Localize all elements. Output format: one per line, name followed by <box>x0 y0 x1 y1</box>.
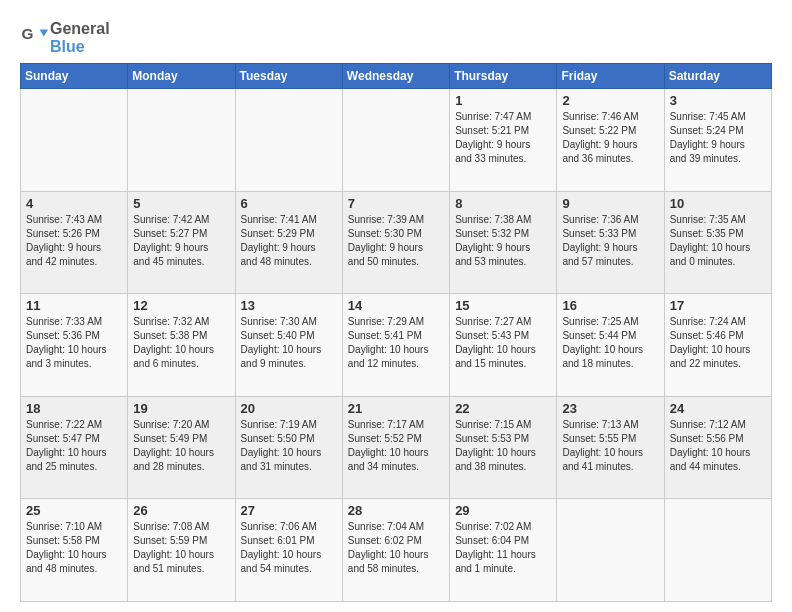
calendar-cell <box>342 89 449 192</box>
logo-text: General Blue <box>50 20 110 55</box>
weekday-header-saturday: Saturday <box>664 64 771 89</box>
day-info: Sunrise: 7:10 AM Sunset: 5:58 PM Dayligh… <box>26 520 122 576</box>
calendar-cell: 11Sunrise: 7:33 AM Sunset: 5:36 PM Dayli… <box>21 294 128 397</box>
calendar-cell: 22Sunrise: 7:15 AM Sunset: 5:53 PM Dayli… <box>450 396 557 499</box>
day-info: Sunrise: 7:04 AM Sunset: 6:02 PM Dayligh… <box>348 520 444 576</box>
calendar-cell: 10Sunrise: 7:35 AM Sunset: 5:35 PM Dayli… <box>664 191 771 294</box>
day-info: Sunrise: 7:25 AM Sunset: 5:44 PM Dayligh… <box>562 315 658 371</box>
calendar-cell <box>128 89 235 192</box>
weekday-header-monday: Monday <box>128 64 235 89</box>
calendar-cell: 26Sunrise: 7:08 AM Sunset: 5:59 PM Dayli… <box>128 499 235 602</box>
day-number: 17 <box>670 298 766 313</box>
calendar-cell <box>664 499 771 602</box>
header: G General Blue <box>20 16 772 55</box>
day-info: Sunrise: 7:17 AM Sunset: 5:52 PM Dayligh… <box>348 418 444 474</box>
day-number: 10 <box>670 196 766 211</box>
calendar-cell: 13Sunrise: 7:30 AM Sunset: 5:40 PM Dayli… <box>235 294 342 397</box>
day-info: Sunrise: 7:12 AM Sunset: 5:56 PM Dayligh… <box>670 418 766 474</box>
calendar-cell: 25Sunrise: 7:10 AM Sunset: 5:58 PM Dayli… <box>21 499 128 602</box>
day-info: Sunrise: 7:15 AM Sunset: 5:53 PM Dayligh… <box>455 418 551 474</box>
day-number: 11 <box>26 298 122 313</box>
weekday-header-thursday: Thursday <box>450 64 557 89</box>
day-number: 8 <box>455 196 551 211</box>
day-number: 9 <box>562 196 658 211</box>
day-info: Sunrise: 7:06 AM Sunset: 6:01 PM Dayligh… <box>241 520 337 576</box>
calendar-cell: 18Sunrise: 7:22 AM Sunset: 5:47 PM Dayli… <box>21 396 128 499</box>
calendar-cell: 15Sunrise: 7:27 AM Sunset: 5:43 PM Dayli… <box>450 294 557 397</box>
calendar-cell: 29Sunrise: 7:02 AM Sunset: 6:04 PM Dayli… <box>450 499 557 602</box>
day-number: 18 <box>26 401 122 416</box>
day-number: 20 <box>241 401 337 416</box>
calendar-cell: 23Sunrise: 7:13 AM Sunset: 5:55 PM Dayli… <box>557 396 664 499</box>
day-info: Sunrise: 7:32 AM Sunset: 5:38 PM Dayligh… <box>133 315 229 371</box>
day-number: 2 <box>562 93 658 108</box>
day-number: 22 <box>455 401 551 416</box>
calendar-cell: 21Sunrise: 7:17 AM Sunset: 5:52 PM Dayli… <box>342 396 449 499</box>
day-number: 23 <box>562 401 658 416</box>
calendar-header: SundayMondayTuesdayWednesdayThursdayFrid… <box>21 64 772 89</box>
calendar-cell: 6Sunrise: 7:41 AM Sunset: 5:29 PM Daylig… <box>235 191 342 294</box>
weekday-header-sunday: Sunday <box>21 64 128 89</box>
day-info: Sunrise: 7:19 AM Sunset: 5:50 PM Dayligh… <box>241 418 337 474</box>
calendar-cell: 27Sunrise: 7:06 AM Sunset: 6:01 PM Dayli… <box>235 499 342 602</box>
calendar-cell: 12Sunrise: 7:32 AM Sunset: 5:38 PM Dayli… <box>128 294 235 397</box>
day-number: 28 <box>348 503 444 518</box>
day-info: Sunrise: 7:02 AM Sunset: 6:04 PM Dayligh… <box>455 520 551 576</box>
calendar-week-row: 18Sunrise: 7:22 AM Sunset: 5:47 PM Dayli… <box>21 396 772 499</box>
weekday-header-tuesday: Tuesday <box>235 64 342 89</box>
calendar-cell: 16Sunrise: 7:25 AM Sunset: 5:44 PM Dayli… <box>557 294 664 397</box>
day-info: Sunrise: 7:38 AM Sunset: 5:32 PM Dayligh… <box>455 213 551 269</box>
day-number: 6 <box>241 196 337 211</box>
calendar-cell: 8Sunrise: 7:38 AM Sunset: 5:32 PM Daylig… <box>450 191 557 294</box>
calendar-cell: 28Sunrise: 7:04 AM Sunset: 6:02 PM Dayli… <box>342 499 449 602</box>
calendar-week-row: 25Sunrise: 7:10 AM Sunset: 5:58 PM Dayli… <box>21 499 772 602</box>
svg-marker-1 <box>40 29 48 36</box>
day-number: 24 <box>670 401 766 416</box>
weekday-header-wednesday: Wednesday <box>342 64 449 89</box>
day-number: 1 <box>455 93 551 108</box>
svg-text:G: G <box>21 25 33 42</box>
calendar-cell: 9Sunrise: 7:36 AM Sunset: 5:33 PM Daylig… <box>557 191 664 294</box>
day-number: 3 <box>670 93 766 108</box>
calendar-cell: 14Sunrise: 7:29 AM Sunset: 5:41 PM Dayli… <box>342 294 449 397</box>
weekday-header-row: SundayMondayTuesdayWednesdayThursdayFrid… <box>21 64 772 89</box>
day-number: 25 <box>26 503 122 518</box>
calendar-cell: 20Sunrise: 7:19 AM Sunset: 5:50 PM Dayli… <box>235 396 342 499</box>
calendar-week-row: 11Sunrise: 7:33 AM Sunset: 5:36 PM Dayli… <box>21 294 772 397</box>
day-number: 26 <box>133 503 229 518</box>
day-info: Sunrise: 7:45 AM Sunset: 5:24 PM Dayligh… <box>670 110 766 166</box>
calendar-cell: 5Sunrise: 7:42 AM Sunset: 5:27 PM Daylig… <box>128 191 235 294</box>
day-info: Sunrise: 7:47 AM Sunset: 5:21 PM Dayligh… <box>455 110 551 166</box>
calendar-cell <box>557 499 664 602</box>
day-info: Sunrise: 7:22 AM Sunset: 5:47 PM Dayligh… <box>26 418 122 474</box>
day-info: Sunrise: 7:29 AM Sunset: 5:41 PM Dayligh… <box>348 315 444 371</box>
calendar-week-row: 4Sunrise: 7:43 AM Sunset: 5:26 PM Daylig… <box>21 191 772 294</box>
calendar-cell: 1Sunrise: 7:47 AM Sunset: 5:21 PM Daylig… <box>450 89 557 192</box>
day-number: 21 <box>348 401 444 416</box>
logo-icon: G <box>20 24 48 52</box>
day-info: Sunrise: 7:27 AM Sunset: 5:43 PM Dayligh… <box>455 315 551 371</box>
day-info: Sunrise: 7:42 AM Sunset: 5:27 PM Dayligh… <box>133 213 229 269</box>
day-number: 14 <box>348 298 444 313</box>
calendar-table: SundayMondayTuesdayWednesdayThursdayFrid… <box>20 63 772 602</box>
day-info: Sunrise: 7:41 AM Sunset: 5:29 PM Dayligh… <box>241 213 337 269</box>
day-info: Sunrise: 7:46 AM Sunset: 5:22 PM Dayligh… <box>562 110 658 166</box>
logo: G General Blue <box>20 20 110 55</box>
calendar-cell: 24Sunrise: 7:12 AM Sunset: 5:56 PM Dayli… <box>664 396 771 499</box>
day-info: Sunrise: 7:24 AM Sunset: 5:46 PM Dayligh… <box>670 315 766 371</box>
calendar-week-row: 1Sunrise: 7:47 AM Sunset: 5:21 PM Daylig… <box>21 89 772 192</box>
calendar-cell: 7Sunrise: 7:39 AM Sunset: 5:30 PM Daylig… <box>342 191 449 294</box>
day-number: 15 <box>455 298 551 313</box>
day-number: 12 <box>133 298 229 313</box>
calendar-cell: 2Sunrise: 7:46 AM Sunset: 5:22 PM Daylig… <box>557 89 664 192</box>
day-number: 19 <box>133 401 229 416</box>
day-info: Sunrise: 7:33 AM Sunset: 5:36 PM Dayligh… <box>26 315 122 371</box>
calendar-cell: 17Sunrise: 7:24 AM Sunset: 5:46 PM Dayli… <box>664 294 771 397</box>
day-info: Sunrise: 7:39 AM Sunset: 5:30 PM Dayligh… <box>348 213 444 269</box>
day-info: Sunrise: 7:08 AM Sunset: 5:59 PM Dayligh… <box>133 520 229 576</box>
day-info: Sunrise: 7:13 AM Sunset: 5:55 PM Dayligh… <box>562 418 658 474</box>
calendar-cell <box>21 89 128 192</box>
day-number: 16 <box>562 298 658 313</box>
day-number: 27 <box>241 503 337 518</box>
calendar-cell: 19Sunrise: 7:20 AM Sunset: 5:49 PM Dayli… <box>128 396 235 499</box>
